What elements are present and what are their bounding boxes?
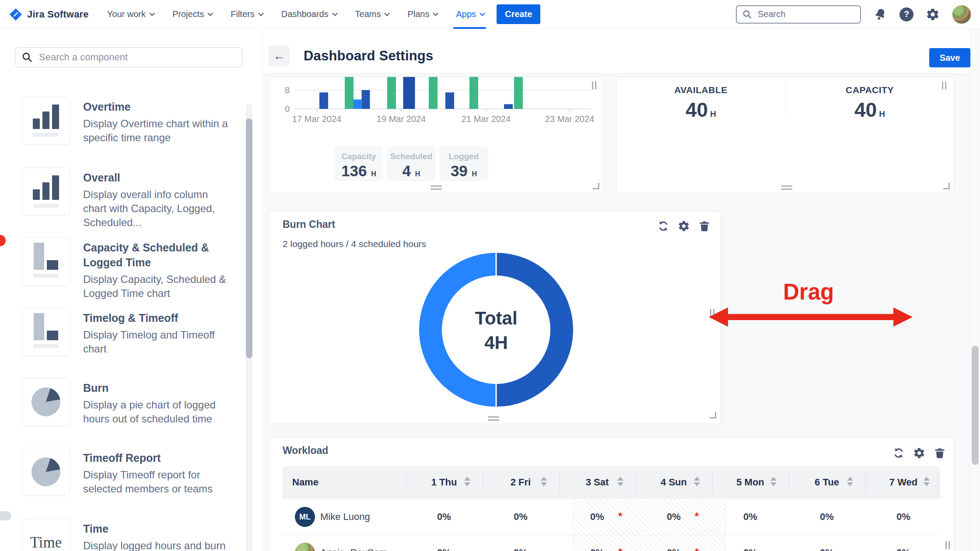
workload-cell-value: 0% [896,511,910,523]
chevron-down-icon [149,10,155,16]
edge-scroll-pill [0,511,11,520]
availability-divider [785,79,786,119]
back-arrow-icon: ← [273,49,285,63]
component-item-overall[interactable]: OverallDisplay overall info column chart… [22,167,232,230]
sort-arrows-icon[interactable] [847,476,853,487]
panel-drag-handle-icon[interactable] [945,541,950,549]
workload-cell-value: 0% [743,547,757,551]
chevron-down-icon [258,10,264,16]
panel-drag-handle-icon[interactable] [592,81,596,90]
nav-item-plans[interactable]: Plans [407,0,437,29]
availability-cell-available: AVAILABLE40 H [635,85,766,122]
weekend-hatched-columns [573,499,726,551]
panel-resize-handle-icon[interactable] [781,184,792,192]
svg-text:19 Mar 2024: 19 Mar 2024 [377,114,426,124]
nav-item-teams[interactable]: Teams [355,0,388,29]
panel-resize-handle-icon[interactable] [488,415,499,422]
panel-drag-handle-icon[interactable] [942,81,946,90]
workload-cell-value: 0% [667,511,681,523]
component-search-field[interactable] [15,47,242,67]
search-icon [21,52,33,63]
nav-item-your-work[interactable]: Your work [107,0,153,29]
page-title: Dashboard Settings [304,48,433,64]
column-separator [559,472,560,493]
chevron-down-icon [332,10,338,16]
workload-cell-value: 0% [514,511,528,523]
component-search-input[interactable] [38,51,231,63]
required-flag: * [695,546,699,551]
sort-arrows-icon[interactable] [464,476,470,487]
panel-corner-resize-icon[interactable] [943,183,950,189]
chevron-down-icon [433,10,439,16]
component-item-timelog-timeoff[interactable]: Timelog & TimeoffDisplay Timelog and Tim… [22,308,232,356]
stat-label: Logged [439,152,488,161]
column-separator [483,472,483,493]
availability-panel: AVAILABLE40 HCAPACITY40 H [616,77,954,193]
column-separator [865,472,866,493]
page-scrollbar-thumb[interactable] [972,346,979,465]
workload-cell-value: 0% [437,547,451,551]
column-header-6-tue: 6 Tue [815,477,839,488]
component-item-timeoff-report[interactable]: Timeoff ReportDisplay Timeoff report for… [22,448,232,496]
gear-icon[interactable] [913,446,926,460]
stat-card-scheduled: Scheduled4 H [387,146,436,181]
sort-arrows-icon[interactable] [924,476,930,487]
panel-corner-resize-icon[interactable] [710,412,716,418]
required-flag: * [695,510,699,523]
user-avatar[interactable] [952,5,971,24]
chevron-down-icon [385,10,390,16]
nav-item-label: Apps [456,9,476,19]
sort-arrows-icon[interactable] [541,476,547,487]
panel-resize-handle-icon[interactable] [430,184,442,192]
member-name: Mike Luong [320,511,370,523]
stat-card-logged: Logged39 H [439,146,488,181]
nav-item-label: Projects [172,9,204,19]
component-title: Timelog & Timeoff [83,310,232,325]
component-title: Overall [83,170,232,185]
sort-arrows-icon[interactable] [694,476,700,487]
component-item-time[interactable]: TimeTimeDisplay logged hours and burn [22,519,232,551]
jira-logo[interactable]: Jira Software [9,7,89,21]
nav-item-apps[interactable]: Apps [456,0,483,29]
component-item-overtime[interactable]: OvertimeDisplay Overtime chart within a … [22,97,232,145]
nav-item-label: Plans [407,9,429,19]
nav-item-projects[interactable]: Projects [172,0,211,29]
sort-arrows-icon[interactable] [770,476,777,487]
notifications-icon[interactable] [873,7,887,21]
refresh-icon[interactable] [892,446,905,460]
nav-item-filters[interactable]: Filters [231,0,262,29]
sort-arrows-icon[interactable] [617,476,623,487]
workload-cell-value: 0% [590,511,604,523]
component-item-burn[interactable]: BurnDisplay a pie chart of logged hours … [22,378,232,426]
header-divider [263,73,970,74]
nav-item-dashboards[interactable]: Dashboards [281,0,336,29]
global-search[interactable] [736,5,861,24]
settings-gear-icon[interactable] [926,7,940,21]
svg-text:17 Mar 2024: 17 Mar 2024 [292,114,341,124]
availability-value: 40 H [635,98,766,122]
required-flag: * [618,546,622,551]
column-chart-icon [22,97,70,145]
save-button[interactable]: Save [929,48,970,67]
availability-value: 40 H [804,98,935,122]
component-title: Capacity & Scheduled & Logged Time [83,240,232,270]
member-name: Annie_DevSam [320,547,387,551]
page-scrollbar-track[interactable] [970,29,980,551]
burn-donut-chart: Total4H [269,212,721,425]
overall-chart-panel: 8017 Mar 202419 Mar 202421 Mar 202423 Ma… [269,77,603,193]
panel-corner-resize-icon[interactable] [593,183,599,189]
workload-cell-value: 0% [896,547,910,551]
component-item-capacity-scheduled-logged-time[interactable]: Capacity & Scheduled & Logged TimeDispla… [22,237,232,300]
back-button[interactable]: ← [269,45,290,66]
trash-icon[interactable] [933,446,946,460]
global-search-input[interactable] [757,9,844,20]
column-separator [789,472,789,493]
help-icon[interactable]: ? [900,7,914,21]
column-header-4-sun: 4 Sun [661,477,687,488]
burn-chart-panel: Burn Chart 2 logged hours / 4 scheduled … [269,211,721,424]
component-description: Display Timeoff report for selected memb… [83,468,232,496]
search-icon [742,9,752,20]
sidebar-scrollbar-thumb[interactable] [246,119,252,358]
create-button[interactable]: Create [497,4,540,24]
jira-dashboard-settings-screen: Jira Software Your workProjectsFiltersDa… [0,0,980,551]
